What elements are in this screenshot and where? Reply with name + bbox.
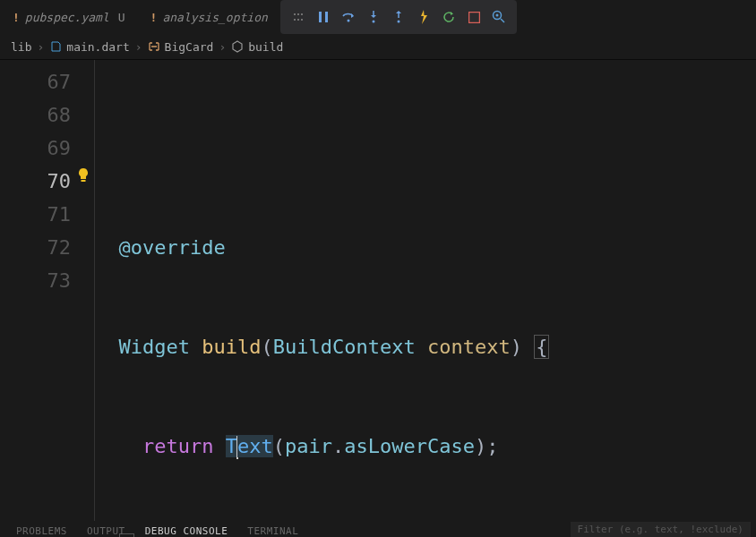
panel-tab-terminal[interactable]: TERMINAL: [247, 525, 298, 537]
panel-tab-output[interactable]: OUTPUT: [87, 525, 125, 537]
breadcrumb-lib[interactable]: lib: [11, 40, 31, 54]
svg-point-10: [373, 21, 375, 23]
svg-point-15: [496, 14, 499, 17]
svg-rect-7: [325, 12, 328, 22]
line-number: 71: [0, 198, 71, 231]
breadcrumb: lib › main.dart › BigCard › build: [0, 34, 756, 59]
line-number: 70: [0, 165, 71, 198]
svg-rect-13: [468, 12, 479, 22]
breadcrumb-label: build: [248, 40, 283, 54]
breadcrumb-main-dart[interactable]: main.dart: [49, 40, 129, 54]
step-into-icon[interactable]: [366, 10, 381, 24]
tab-label: pubspec.yaml: [25, 11, 109, 24]
line-number: 73: [0, 264, 71, 297]
lightbulb-icon[interactable]: [77, 163, 90, 196]
svg-point-8: [348, 20, 350, 22]
code-line-68: @override: [95, 231, 756, 264]
code-line-70: return Text(pair.asLowerCase);: [95, 430, 756, 463]
yaml-icon: !: [13, 11, 20, 24]
method-icon: [231, 40, 244, 53]
code-line-69: Widget build(BuildContext context) {: [95, 330, 756, 363]
svg-point-3: [294, 19, 296, 21]
tab-modified-indicator: U: [118, 11, 125, 24]
yaml-icon: !: [150, 11, 158, 24]
svg-point-1: [297, 13, 299, 15]
svg-point-2: [301, 13, 303, 15]
step-out-icon[interactable]: [391, 10, 406, 24]
svg-point-12: [398, 21, 400, 23]
tab-label: analysis_option: [162, 11, 267, 24]
line-gutter: 67 68 69 70 71 72 73: [0, 60, 94, 521]
inspect-icon[interactable]: [492, 10, 506, 24]
editor[interactable]: 67 68 69 70 71 72 73 @override Widget bu…: [0, 59, 756, 521]
step-over-icon[interactable]: [341, 10, 356, 24]
line-number: 67: [0, 65, 71, 98]
line-number: 69: [0, 132, 71, 165]
breadcrumb-build[interactable]: build: [231, 40, 283, 54]
panel-tabs: PROBLEMS OUTPUT DEBUG CONSOLE TERMINAL F…: [0, 521, 756, 537]
chevron-right-icon: ›: [37, 40, 44, 54]
restart-icon[interactable]: [442, 10, 456, 24]
breadcrumb-label: main.dart: [66, 40, 129, 54]
tab-analysis-options[interactable]: ! analysis_option: [138, 0, 280, 34]
chevron-right-icon: ›: [219, 40, 226, 54]
svg-point-4: [297, 19, 299, 21]
hot-reload-icon[interactable]: [417, 10, 431, 24]
pause-icon[interactable]: [316, 10, 331, 24]
class-icon: [148, 40, 160, 53]
dart-file-icon: [49, 40, 62, 53]
stop-icon[interactable]: [467, 10, 481, 24]
editor-tabs: ! pubspec.yaml U ! analysis_option: [0, 0, 756, 34]
svg-rect-17: [82, 180, 86, 182]
grip-icon[interactable]: [291, 10, 305, 24]
breadcrumb-bigcard[interactable]: BigCard: [148, 40, 214, 54]
debug-toolbar: [280, 0, 517, 34]
code-content[interactable]: @override Widget build(BuildContext cont…: [94, 60, 756, 521]
breadcrumb-label: BigCard: [165, 40, 214, 54]
tab-pubspec[interactable]: ! pubspec.yaml U: [0, 0, 138, 34]
breadcrumb-label: lib: [11, 40, 31, 54]
line-number: 72: [0, 231, 71, 264]
chevron-right-icon: ›: [135, 40, 142, 54]
svg-point-5: [301, 19, 303, 21]
svg-point-0: [294, 13, 296, 15]
panel-tab-debug-console[interactable]: DEBUG CONSOLE: [145, 525, 228, 537]
panel-tab-problems[interactable]: PROBLEMS: [16, 525, 67, 537]
svg-line-16: [501, 19, 504, 22]
line-number: 68: [0, 98, 71, 132]
panel-filter-input[interactable]: Filter (e.g. text, !exclude): [571, 522, 751, 537]
code-line-67: [95, 132, 756, 165]
svg-rect-6: [319, 12, 322, 22]
